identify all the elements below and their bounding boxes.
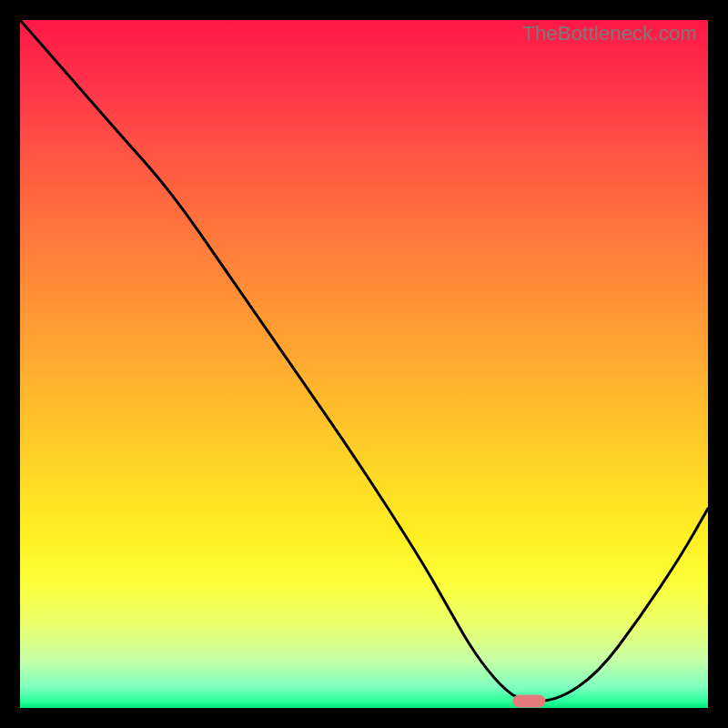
curve-layer — [20, 20, 708, 708]
optimal-point-marker — [512, 694, 545, 707]
bottleneck-curve — [20, 20, 708, 701]
plot-area: TheBottleneck.com — [20, 20, 708, 708]
chart-frame: TheBottleneck.com — [0, 0, 728, 728]
